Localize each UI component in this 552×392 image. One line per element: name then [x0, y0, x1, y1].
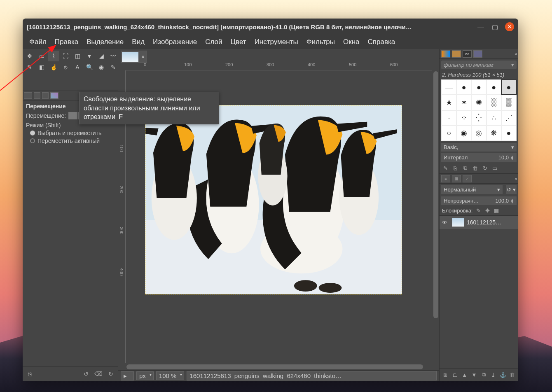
brush-item[interactable]: ★ — [442, 95, 456, 110]
rect-select-tool-icon[interactable]: ▭ — [36, 51, 47, 61]
lock-position-icon[interactable]: ✥ — [484, 208, 491, 214]
open-as-image-icon[interactable]: ▭ — [491, 164, 499, 172]
maximize-button[interactable]: ▢ — [491, 23, 498, 30]
smudge-tool-icon[interactable]: ☝ — [48, 62, 59, 72]
zoom-dropdown[interactable]: 100 % — [156, 371, 185, 380]
horizontal-scrollbar[interactable] — [126, 363, 432, 370]
layers-tab-icon[interactable]: ≡ — [441, 175, 450, 182]
fonts-tab-icon[interactable]: Aa — [463, 50, 472, 58]
path-tool-icon[interactable]: ⎋ — [60, 62, 71, 72]
delete-brush-icon[interactable]: 🗑 — [471, 164, 479, 172]
vertical-scrollbar[interactable] — [432, 70, 439, 363]
raise-layer-icon[interactable]: ▲ — [461, 370, 469, 379]
zoom-tool-icon[interactable]: 🔍 — [84, 62, 95, 72]
dock-menu-icon[interactable]: ◂ — [515, 51, 517, 56]
brush-item[interactable]: ∴ — [487, 111, 501, 125]
close-button[interactable]: ✕ — [505, 22, 514, 31]
lower-layer-icon[interactable]: ▼ — [470, 370, 478, 379]
horizontal-ruler[interactable]: 0 100 200 300 400 500 600 — [126, 63, 432, 70]
menu-view[interactable]: Вид — [128, 36, 149, 48]
text-tool-icon[interactable]: A — [72, 62, 83, 72]
layer-opacity-field[interactable]: Непрозрачн… 100,0 ▲▼ — [441, 196, 517, 205]
menu-windows[interactable]: Окна — [339, 36, 364, 48]
warp-tool-icon[interactable]: 〰 — [108, 51, 119, 61]
duplicate-layer-icon[interactable]: ⧉ — [479, 370, 488, 379]
minimize-button[interactable]: — — [477, 23, 484, 30]
undo-history-tab-icon[interactable] — [34, 92, 40, 99]
radio-pick-layer[interactable]: Выбрать и переместить — [30, 130, 115, 136]
channels-tab-icon[interactable]: ▥ — [452, 175, 461, 182]
menu-layer[interactable]: Слой — [201, 36, 226, 48]
save-preset-icon[interactable]: ⎘ — [25, 369, 34, 378]
menu-help[interactable]: Справка — [363, 36, 399, 48]
eraser-tool-icon[interactable]: ◧ — [36, 62, 47, 72]
menu-filters[interactable]: Фильтры — [302, 36, 339, 48]
brush-spacing-field[interactable]: Интервал 10,0 ▲▼ — [441, 153, 517, 162]
close-tab-icon[interactable]: × — [140, 54, 146, 60]
move-tool-icon[interactable]: ✥ — [24, 51, 35, 61]
brush-item[interactable]: ▒ — [502, 95, 516, 110]
color-picker-tool-icon[interactable]: ✎ — [108, 62, 119, 72]
palette-tab-icon[interactable] — [50, 92, 58, 99]
lock-alpha-icon[interactable]: ▦ — [493, 208, 500, 214]
paths-tab-icon[interactable]: ⟋ — [463, 175, 472, 182]
v-scroll-thumb[interactable] — [433, 71, 438, 318]
brush-item[interactable]: ○ — [442, 126, 456, 140]
new-group-icon[interactable]: 🗀 — [451, 370, 459, 379]
transform-tool-icon[interactable]: ◫ — [72, 51, 83, 61]
brush-item[interactable]: ❋ — [487, 126, 501, 140]
tool-options-tab-icon[interactable] — [24, 92, 32, 99]
new-brush-icon[interactable]: ⎘ — [451, 164, 459, 172]
brush-item[interactable]: ⁘ — [457, 111, 471, 125]
layers-dock-menu-icon[interactable]: ◂ — [515, 176, 517, 181]
radio-move-active[interactable]: Переместить активный — [30, 138, 115, 144]
restore-preset-icon[interactable]: ↺ — [82, 369, 91, 378]
history-tab-icon[interactable] — [473, 50, 482, 58]
menu-image[interactable]: Изображение — [149, 36, 201, 48]
edit-brush-icon[interactable]: ✎ — [441, 164, 449, 172]
delete-preset-icon[interactable]: ⌫ — [94, 369, 103, 378]
brush-item[interactable]: ◉ — [457, 126, 471, 140]
h-scroll-thumb[interactable] — [126, 364, 423, 369]
brush-item[interactable]: ● — [487, 80, 501, 94]
menu-color[interactable]: Цвет — [227, 36, 250, 48]
unit-dropdown[interactable]: px — [136, 371, 154, 380]
refresh-brushes-icon[interactable]: ↻ — [481, 164, 489, 172]
bucket-tool-icon[interactable]: ▼ — [84, 51, 95, 61]
brush-grid[interactable]: — ● ● ● ● ★ ✶ ✺ ░ ▒ · ⁘ ⁛ ∴ ⋰ ○ ◉ ◎ ❋ ● — [441, 79, 517, 141]
new-layer-icon[interactable]: 🗎 — [441, 370, 449, 379]
patterns-tab-icon[interactable] — [452, 50, 461, 58]
brush-item[interactable]: — — [442, 80, 456, 94]
brush-item[interactable]: ░ — [487, 95, 501, 110]
pencil-tool-icon[interactable]: ✎ — [24, 62, 35, 72]
layer-row[interactable]: 👁 160112125… — [440, 216, 518, 229]
gradient-tool-icon[interactable]: ◢ — [96, 51, 107, 61]
opacity-spinner-icon[interactable]: ▲▼ — [510, 198, 514, 203]
merge-down-icon[interactable]: ⤓ — [489, 370, 497, 379]
document-tab[interactable]: × — [121, 51, 147, 63]
brush-item-selected[interactable]: ● — [502, 80, 516, 94]
brushes-tab-icon[interactable] — [441, 50, 450, 58]
move-layer-icon[interactable] — [68, 112, 77, 119]
layer-name-label[interactable]: 160112125… — [467, 219, 501, 226]
brush-item[interactable]: ⋰ — [502, 111, 516, 125]
menu-file[interactable]: Файл — [25, 36, 51, 48]
brush-item[interactable]: · — [442, 111, 456, 125]
images-tab-icon[interactable] — [42, 92, 49, 99]
free-select-tool-icon[interactable]: ⌇ — [48, 51, 59, 61]
brush-item[interactable]: ● — [502, 126, 516, 140]
mode-reset-button[interactable]: ↺ ▾ — [506, 185, 517, 194]
menu-edit[interactable]: Правка — [51, 36, 82, 48]
quick-mask-toggle[interactable]: ▸ — [121, 371, 134, 380]
brush-preset-dropdown[interactable]: Basic, — [441, 143, 517, 152]
brush-item[interactable]: ● — [457, 80, 471, 94]
titlebar[interactable]: [160112125613_penguins_walking_624x460_t… — [23, 19, 518, 35]
layer-mode-dropdown[interactable]: Нормальный▾ — [441, 185, 503, 194]
menu-tools[interactable]: Инструменты — [250, 36, 302, 48]
measure-tool-icon[interactable]: ◉ — [96, 62, 107, 72]
brush-item[interactable]: ● — [472, 80, 486, 94]
duplicate-brush-icon[interactable]: ⧉ — [461, 164, 469, 172]
layer-visibility-icon[interactable]: 👁 — [442, 219, 449, 226]
menu-select[interactable]: Выделение — [82, 36, 128, 48]
brush-item[interactable]: ✶ — [457, 95, 471, 110]
